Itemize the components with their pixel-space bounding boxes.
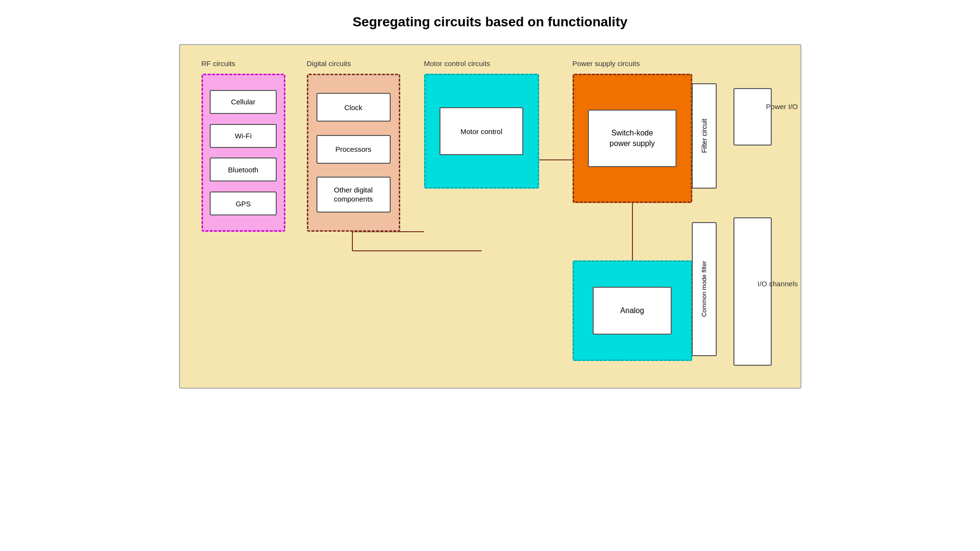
other-digital-box: Other digital components [316, 177, 391, 213]
analog-inner-box: Analog [593, 287, 672, 335]
filter-circuit-box: Filter circuit [692, 83, 717, 189]
digital-label: Digital circuits [307, 59, 351, 67]
common-mode-filter-box: Common mode filter [692, 222, 717, 356]
wifi-box: Wi-Fi [210, 124, 277, 148]
rf-label: RF circuits [202, 59, 236, 67]
cellular-label: Cellular [231, 98, 256, 106]
wifi-label: Wi-Fi [235, 132, 252, 140]
switch-kode-label: Switch-kode power supply [609, 128, 654, 149]
page-title: Segregating circuits based on functional… [352, 14, 627, 30]
analog-box: Analog [573, 260, 692, 361]
rf-circuits-box: Cellular Wi-Fi Bluetooth GPS [202, 74, 285, 232]
power-label: Power supply circuits [573, 59, 640, 67]
clock-label: Clock [344, 103, 362, 112]
io-channels-label: I/O channels [757, 280, 798, 288]
cellular-box: Cellular [210, 90, 277, 114]
filter-circuit-label: Filter circuit [700, 119, 708, 153]
clock-box: Clock [316, 93, 391, 122]
digital-circuits-box: Clock Processors Other digital component… [307, 74, 400, 232]
motor-label: Motor control circuits [424, 59, 490, 67]
motor-control-box: Motor control [439, 107, 523, 155]
bluetooth-box: Bluetooth [210, 157, 277, 181]
processors-box: Processors [316, 135, 391, 164]
switch-kode-box: Switch-kode power supply [588, 110, 676, 167]
motor-control-label: Motor control [461, 127, 503, 135]
analog-label: Analog [620, 306, 644, 315]
gps-box: GPS [210, 191, 277, 215]
motor-circuits-box: Motor control [424, 74, 539, 189]
common-mode-filter-label: Common mode filter [700, 261, 708, 317]
bluetooth-label: Bluetooth [228, 166, 258, 174]
power-supply-box: Switch-kode power supply [573, 74, 692, 203]
power-io-box [733, 88, 772, 146]
io-channels-box [733, 217, 772, 366]
power-io-label: Power I/O [766, 102, 798, 111]
other-digital-label: Other digital components [317, 185, 390, 204]
processors-label: Processors [335, 145, 371, 153]
main-diagram: RF circuits Digital circuits Motor contr… [179, 44, 801, 389]
gps-label: GPS [236, 200, 251, 208]
